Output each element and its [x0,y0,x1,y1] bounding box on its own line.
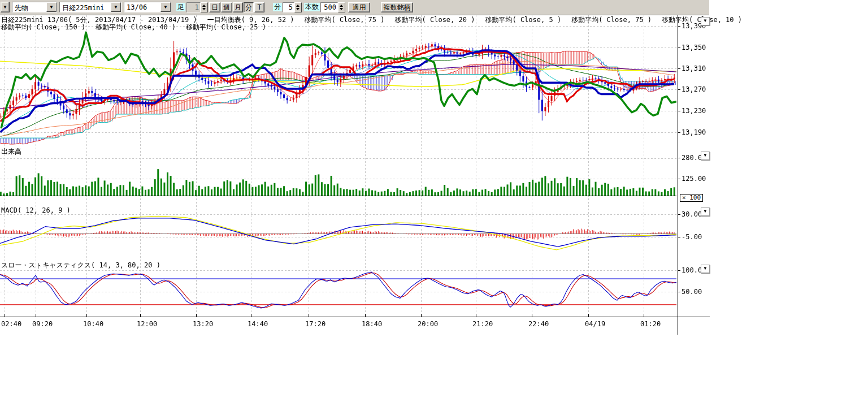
legend-line-2: 移動平均( Close, 150 )移動平均( Close, 40 )移動平均(… [1,23,276,32]
time-axis-label[interactable]: 20:00 [418,320,438,328]
legend-item: 移動平均( Close, 25 ) [186,23,266,31]
symbol-combo-value: 日経225mini [60,2,111,12]
chevron-down-icon[interactable]: ▼ [160,2,171,12]
volume-pane-menu-button[interactable]: ▼ [701,152,710,160]
time-axis-label[interactable]: 09:20 [32,320,53,328]
chart-application-window: ▼ 先物 ▼ 日経225mini ▼ 13/06 ▼ 足 1 日週月分T 分 5… [0,0,868,415]
minute-stepper[interactable]: 5 [283,2,302,12]
macd-pane-title: MACD( 12, 26, 9 ) [1,206,71,214]
time-axis-label[interactable]: 17:20 [305,320,326,328]
collapse-dropdown-button[interactable]: ▼ [1,2,10,12]
period-button-tick[interactable]: T [254,2,264,12]
time-axis-label[interactable]: 18:40 [362,320,382,328]
stoch-pane-menu-button[interactable]: ▼ [701,265,710,273]
axis-value-label: 125.00 [682,175,706,183]
time-axis-label[interactable]: 22:40 [528,320,549,328]
multi-symbol-button[interactable]: 複数銘柄 [381,2,413,12]
time-axis-label[interactable]: 10:40 [83,320,103,328]
spinner-buttons-icon[interactable] [338,2,345,12]
toolbar: ▼ 先物 ▼ 日経225mini ▼ 13/06 ▼ 足 1 日週月分T 分 5… [0,0,709,15]
time-axis-label[interactable]: 12:00 [137,320,157,328]
chevron-down-icon[interactable]: ▼ [111,2,121,12]
time-axis-label[interactable]: 21:20 [472,320,493,328]
axis-value-label: 13,230 [682,107,706,115]
minute-label: 分 [273,3,282,11]
volume-pane-title: 出来高 [1,147,21,157]
apply-button[interactable]: 適用 [348,2,370,12]
time-axis-label[interactable]: 14:40 [248,320,268,328]
symbol-combo[interactable]: 日経225mini ▼ [59,2,121,12]
bar-count-value: 500 [320,2,338,12]
time-axis-label[interactable]: 01:20 [640,320,661,328]
axis-value-label: -5.00 [682,233,702,241]
legend-item: 移動平均( Close, 75 ) [305,16,385,24]
chevron-down-icon[interactable]: ▼ [46,2,57,12]
bar-interval-value: 1 [186,2,201,12]
axis-value-label: 13,350 [682,44,706,51]
bar-count-label: 本数 [304,3,320,11]
period-button-week[interactable]: 週 [221,2,232,12]
market-combo-value: 先物 [12,2,46,12]
bar-interval-stepper[interactable]: 1 [186,2,208,12]
axis-value-label: 13,310 [682,64,706,72]
legend-item: 移動平均( Close, 40 ) [96,23,176,31]
contract-month-combo[interactable]: 13/06 ▼ [124,2,171,12]
legend-item: 移動平均( Close, 20 ) [395,16,475,24]
axis-value-label: 50.00 [682,288,702,296]
time-axis-label[interactable]: 04/19 [585,320,605,328]
axis-value-label: 13,270 [682,85,706,93]
spinner-buttons-icon[interactable] [201,2,208,12]
stochastics-pane-title: スロー・ストキャスティクス( 14, 3, 80, 20 ) [1,261,160,270]
time-axis-label[interactable]: 02:40 [1,320,21,328]
minute-value: 5 [283,2,294,12]
chart-canvas[interactable] [0,0,868,415]
spinner-buttons-icon[interactable] [294,2,302,12]
period-button-month[interactable]: 月 [233,2,243,12]
bar-count-stepper[interactable]: 500 [320,2,345,12]
time-axis-label[interactable]: 13:20 [193,320,213,328]
contract-month-combo-value: 13/06 [124,2,160,12]
legend-item: 移動平均( Close, 150 ) [1,23,85,31]
period-button-day[interactable]: 日 [209,2,220,12]
axis-value-label: 30.00 [682,210,702,218]
legend-item: 移動平均( Close, 5 ) [485,16,561,24]
volume-multiplier-badge: × 100 [680,194,703,202]
bar-type-label: 足 [176,3,185,11]
legend-item: 移動平均( Close, 75 ) [571,16,652,24]
market-combo[interactable]: 先物 ▼ [12,2,57,12]
price-pane-menu-button[interactable]: ▼ [701,17,710,25]
axis-value-label: 13,190 [682,128,706,136]
macd-pane-menu-button[interactable]: ▼ [701,208,710,216]
period-button-minute[interactable]: 分 [244,2,254,12]
